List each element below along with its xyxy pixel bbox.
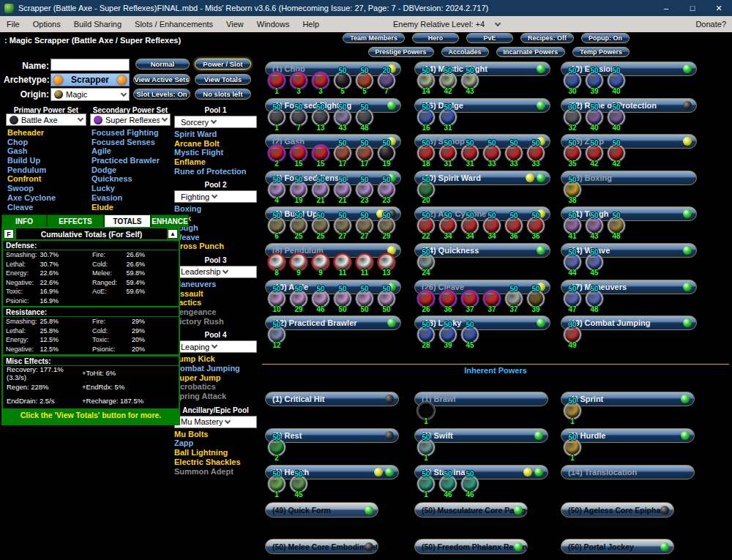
enhancement-slot[interactable]: 501 (417, 438, 436, 462)
enhancement-slot[interactable]: 1 (417, 402, 436, 425)
header-button-accolades[interactable]: Accolades (441, 47, 489, 57)
enhancement-slot[interactable]: 5024 (417, 253, 436, 277)
pool-select-mu-mastery[interactable]: Mu Mastery (174, 416, 257, 428)
tab-info[interactable]: INFO (1, 214, 47, 227)
enhancement-slot[interactable]: 5042 (438, 72, 458, 95)
menu-item-file[interactable]: File (0, 16, 26, 32)
enhancement-slot[interactable]: 5034 (460, 217, 479, 240)
enhancement-slot[interactable]: 5033 (504, 144, 523, 168)
enhancement-slot[interactable]: 5016 (417, 108, 436, 132)
power-list-item[interactable]: Spirit Ward (174, 130, 257, 139)
header-button-hero[interactable]: Hero (412, 33, 459, 43)
enhancement-slot[interactable]: 5035 (563, 144, 582, 168)
enhancement-slot[interactable]: 2 (267, 144, 286, 168)
enhancement-slot[interactable]: 5021 (311, 181, 330, 204)
no-slots-left-button[interactable]: No slots left (195, 89, 251, 100)
enhancement-slot[interactable]: 5021 (333, 181, 352, 204)
menu-item-slots-enhancements[interactable]: Slots / Enhancements (128, 16, 220, 32)
power-list-item[interactable]: Arcane Bolt (174, 139, 257, 149)
enhancement-slot[interactable]: 37 (482, 290, 501, 313)
tab-enhance[interactable]: ENHANCE (151, 214, 189, 227)
power-list-item[interactable]: Lucky (92, 184, 160, 193)
enhancement-slot[interactable]: 8 (267, 253, 286, 277)
power-list-item[interactable]: Evasion (92, 193, 160, 203)
enhancement-slot[interactable]: 13 (377, 253, 396, 277)
enhancement-slot[interactable]: 5043 (333, 108, 352, 132)
enhancement-slot[interactable]: 5029 (377, 217, 396, 240)
power-list-item[interactable]: Build Up (7, 156, 56, 165)
enhancement-slot[interactable]: 5031 (460, 144, 479, 168)
power-list-item[interactable]: Practiced Brawler (92, 156, 160, 165)
power-list-item[interactable]: Dodge (92, 165, 160, 175)
enhancement-slot[interactable]: 5048 (585, 290, 604, 313)
power-list-item[interactable]: Assault (174, 289, 257, 299)
pool-select-leaping[interactable]: Leaping (174, 340, 257, 353)
enhancement-slot[interactable]: 26 (417, 290, 436, 313)
power-bar[interactable]: (50) Musculature Core Paragon (414, 502, 528, 518)
enhancement-slot[interactable]: 5027 (333, 217, 352, 240)
enhancement-slot[interactable]: 11 (333, 253, 352, 277)
enhancement-slot[interactable]: 5048 (607, 217, 626, 240)
enhancement-slot[interactable]: 5013 (311, 108, 330, 132)
led-green[interactable] (365, 506, 373, 515)
power-bar[interactable]: (50) Freedom Phalanx Reserve (414, 539, 528, 554)
power-list-item[interactable]: Electric Shackles (174, 458, 257, 467)
enhancement-slot[interactable]: 3032 (563, 108, 582, 132)
enhancement-slot[interactable]: 5046 (311, 290, 330, 313)
name-input[interactable] (51, 59, 130, 71)
power-bar[interactable]: (49) Quick Form (265, 502, 378, 518)
archetype-select[interactable]: Scrapper (51, 73, 130, 86)
collapse-button[interactable]: ▲ (168, 229, 178, 239)
float-button[interactable]: F (4, 229, 14, 239)
power-list-item[interactable]: Ball Lightning (174, 448, 257, 458)
enhancement-slot[interactable]: 5023 (377, 181, 396, 204)
header-button-team-members[interactable]: Team Members (343, 33, 405, 43)
enhancement-slot[interactable]: 15 (289, 144, 308, 168)
enhancement-slot[interactable]: 37 (460, 290, 479, 313)
power-list-item[interactable]: Tactics (174, 298, 257, 307)
header-button-incarnate-powers[interactable]: Incarnate Powers (496, 47, 566, 57)
menu-item-help[interactable]: Help (296, 16, 326, 32)
pool-select-leadership[interactable]: Leadership (174, 266, 257, 278)
enhancement-slot[interactable]: 5034 (482, 217, 501, 240)
enhancement-slot[interactable]: 5033 (526, 144, 545, 168)
header-button-recipes-off[interactable]: Recipes: Off (520, 33, 574, 43)
enhancement-slot[interactable]: 5038 (563, 181, 582, 204)
donate-link[interactable]: Donate? (690, 20, 732, 29)
tab-totals[interactable]: TOTALS (104, 214, 151, 227)
power-list-item[interactable]: Axe Cyclone (7, 193, 56, 203)
enhancement-slot[interactable]: 5047 (563, 290, 582, 313)
power-list-item[interactable]: Mystic Flight (174, 148, 257, 157)
enhancement-slot[interactable]: 5045 (460, 326, 479, 349)
enhancement-slot[interactable]: 5022 (417, 217, 436, 240)
header-button-temp-powers[interactable]: Temp Powers (572, 47, 630, 57)
enemy-relative-level-select[interactable]: Enemy Relative Level: +4 (389, 18, 504, 31)
enhancement-slot[interactable]: 5027 (355, 217, 374, 240)
enhancement-slot[interactable]: 501 (267, 108, 286, 132)
led-dark[interactable] (365, 542, 373, 551)
enhancement-slot[interactable]: 5040 (607, 108, 626, 132)
enhancement-slot[interactable]: 501 (563, 402, 582, 425)
power-bar[interactable]: (50) Melee Core Embodiment (265, 539, 378, 554)
power-list-item[interactable]: Cleave (7, 203, 56, 212)
enhancement-slot[interactable]: 5029 (289, 290, 308, 313)
enhancement-slot[interactable]: 5046 (438, 475, 458, 499)
enhancement-slot[interactable]: 5017 (333, 144, 352, 168)
enhancement-slot[interactable]: 505 (355, 72, 374, 95)
slot-levels-button[interactable]: Slot Levels: On (133, 89, 190, 100)
enhancement-slot[interactable]: 5028 (417, 326, 436, 349)
power-list-item[interactable]: Mu Bolts (174, 430, 257, 439)
menu-item-windows[interactable]: Windows (250, 16, 296, 32)
enhancement-slot[interactable]: 5036 (504, 217, 523, 240)
power-list-item[interactable]: Pendulum (7, 165, 56, 175)
minimize-button[interactable]: – (653, 0, 679, 16)
maximize-button[interactable]: □ (679, 0, 706, 16)
enhancement-slot[interactable]: 5023 (355, 181, 374, 204)
power-list-item[interactable]: Quickness (92, 174, 160, 184)
enhancement-slot[interactable]: 5041 (563, 217, 582, 240)
enhancement-slot[interactable]: 5044 (563, 253, 582, 277)
origin-select[interactable]: Magic (51, 88, 130, 101)
enhancement-slot[interactable]: 501 (417, 475, 436, 499)
normal-button[interactable]: Normal (135, 59, 190, 70)
enhancement-slot[interactable]: 5042 (607, 144, 626, 168)
